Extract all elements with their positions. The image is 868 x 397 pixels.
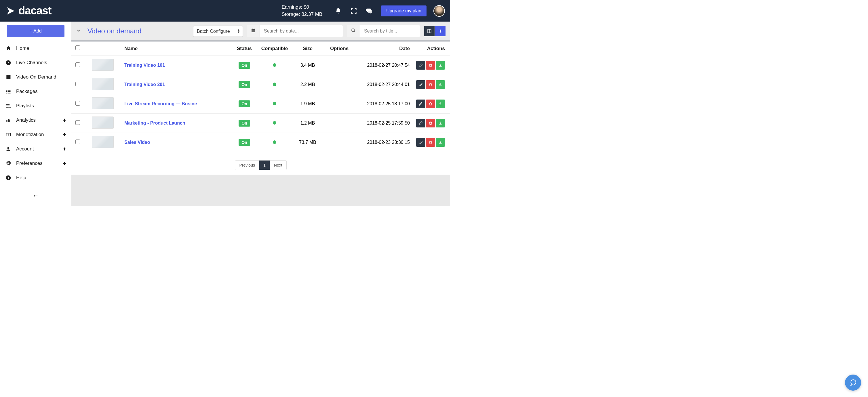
sidebar-item-monetization[interactable]: $ Monetization + bbox=[3, 127, 68, 142]
columns-button[interactable] bbox=[424, 26, 435, 36]
delete-button[interactable] bbox=[426, 100, 435, 108]
chevron-down-icon[interactable] bbox=[76, 28, 81, 34]
expand-icon[interactable]: + bbox=[63, 160, 66, 167]
pagination-next[interactable]: Next bbox=[270, 161, 286, 170]
sidebar-item-preferences[interactable]: Preferences + bbox=[3, 156, 68, 171]
sidebar-item-live-channels[interactable]: Live Channels bbox=[3, 56, 68, 70]
svg-point-20 bbox=[7, 147, 9, 149]
collapse-sidebar-icon[interactable]: ← bbox=[29, 188, 43, 203]
column-date: Date bbox=[355, 41, 413, 56]
svg-rect-8 bbox=[6, 93, 7, 94]
sidebar-item-playlists[interactable]: Playlists bbox=[3, 99, 68, 113]
video-thumbnail[interactable] bbox=[92, 59, 114, 71]
calendar-icon[interactable] bbox=[247, 25, 259, 37]
video-options bbox=[323, 113, 355, 133]
download-button[interactable] bbox=[436, 138, 445, 147]
row-checkbox[interactable] bbox=[75, 62, 80, 67]
search-by-date-input[interactable] bbox=[259, 25, 343, 37]
svg-rect-5 bbox=[8, 90, 11, 91]
expand-icon[interactable]: + bbox=[63, 131, 66, 138]
video-thumbnail[interactable] bbox=[92, 97, 114, 109]
video-name-link[interactable]: Training Video 201 bbox=[124, 82, 165, 87]
compatible-indicator bbox=[273, 102, 276, 105]
table-row: Training Video 201 On 2.2 MB 2018-02-27 … bbox=[71, 75, 450, 94]
batch-configure-dropdown[interactable]: Batch Configure bbox=[193, 26, 243, 37]
download-button[interactable] bbox=[436, 100, 445, 108]
download-button[interactable] bbox=[436, 119, 445, 127]
table-row: Sales Video On 73.7 MB 2018-02-23 23:30:… bbox=[71, 133, 450, 152]
video-size: 73.7 MB bbox=[292, 133, 323, 152]
expand-icon[interactable]: + bbox=[63, 117, 66, 124]
svg-rect-9 bbox=[8, 93, 11, 94]
search-icon[interactable] bbox=[347, 25, 360, 37]
expand-icon[interactable]: + bbox=[63, 146, 66, 153]
video-thumbnail[interactable] bbox=[92, 117, 114, 129]
delete-button[interactable] bbox=[426, 138, 435, 147]
film-icon bbox=[5, 74, 11, 80]
delete-button[interactable] bbox=[426, 80, 435, 89]
logo-icon bbox=[6, 7, 17, 15]
brand-name: dacast bbox=[19, 5, 51, 17]
svg-rect-3 bbox=[10, 75, 11, 79]
status-badge: On bbox=[239, 62, 250, 69]
messages-icon[interactable] bbox=[364, 6, 374, 16]
play-circle-icon bbox=[5, 60, 11, 66]
video-options bbox=[323, 133, 355, 152]
sidebar-item-vod[interactable]: Video On Demand bbox=[3, 70, 68, 84]
row-checkbox[interactable] bbox=[75, 82, 80, 86]
delete-button[interactable] bbox=[426, 119, 435, 127]
video-date: 2018-02-25 18:17:00 bbox=[355, 94, 413, 113]
video-name-link[interactable]: Live Stream Recording — Busine bbox=[124, 101, 197, 106]
main-content: Video on demand Batch Configure ▲▼ bbox=[71, 22, 450, 206]
select-all-checkbox[interactable] bbox=[75, 45, 80, 50]
video-thumbnail[interactable] bbox=[92, 78, 114, 90]
sidebar-item-analytics[interactable]: Analytics + bbox=[3, 113, 68, 127]
sidebar-item-home[interactable]: Home bbox=[3, 41, 68, 56]
column-size: Size bbox=[292, 41, 323, 56]
column-options: Options bbox=[323, 41, 355, 56]
edit-button[interactable] bbox=[416, 119, 425, 127]
sidebar-item-label: Video On Demand bbox=[16, 74, 56, 80]
table-row: Live Stream Recording — Busine On 1.9 MB… bbox=[71, 94, 450, 113]
batch-configure-select[interactable]: Batch Configure ▲▼ bbox=[193, 26, 243, 37]
edit-button[interactable] bbox=[416, 138, 425, 147]
column-name: Name bbox=[121, 41, 231, 56]
edit-button[interactable] bbox=[416, 61, 425, 70]
row-checkbox[interactable] bbox=[75, 120, 80, 125]
pagination-page-1[interactable]: 1 bbox=[259, 161, 270, 170]
gear-icon bbox=[5, 160, 11, 167]
sidebar-item-label: Playlists bbox=[16, 103, 34, 109]
svg-rect-17 bbox=[9, 120, 10, 122]
delete-button[interactable] bbox=[426, 61, 435, 70]
search-by-title-input[interactable] bbox=[360, 25, 420, 37]
sidebar-item-label: Account bbox=[16, 146, 34, 152]
sidebar-item-packages[interactable]: Packages bbox=[3, 84, 68, 99]
video-thumbnail[interactable] bbox=[92, 136, 114, 148]
edit-button[interactable] bbox=[416, 80, 425, 89]
sidebar-item-help[interactable]: i Help bbox=[3, 171, 68, 185]
fullscreen-icon[interactable] bbox=[349, 6, 359, 16]
video-name-link[interactable]: Marketing - Product Launch bbox=[124, 121, 185, 125]
svg-line-28 bbox=[354, 31, 355, 32]
download-button[interactable] bbox=[436, 80, 445, 89]
pagination-prev[interactable]: Previous bbox=[235, 161, 259, 170]
logo[interactable]: dacast bbox=[6, 5, 51, 17]
content-toolbar: Video on demand Batch Configure ▲▼ bbox=[71, 22, 450, 40]
notifications-icon[interactable] bbox=[333, 6, 343, 16]
user-avatar[interactable] bbox=[433, 5, 445, 17]
add-button[interactable]: + Add bbox=[7, 25, 64, 37]
edit-button[interactable] bbox=[416, 100, 425, 108]
status-badge: On bbox=[239, 139, 250, 146]
title-search bbox=[347, 25, 420, 37]
row-checkbox[interactable] bbox=[75, 101, 80, 106]
video-name-link[interactable]: Training Video 101 bbox=[124, 63, 165, 68]
sidebar-item-account[interactable]: Account + bbox=[3, 142, 68, 156]
account-usage: Earnings: $0 Storage: 82.37 MB bbox=[281, 4, 322, 18]
upgrade-plan-button[interactable]: Upgrade my plan bbox=[381, 5, 427, 16]
video-name-link[interactable]: Sales Video bbox=[124, 140, 150, 145]
sidebar-item-label: Analytics bbox=[16, 118, 36, 123]
add-video-button[interactable] bbox=[435, 26, 445, 36]
download-button[interactable] bbox=[436, 61, 445, 70]
column-actions: Actions bbox=[413, 41, 450, 56]
row-checkbox[interactable] bbox=[75, 139, 80, 144]
